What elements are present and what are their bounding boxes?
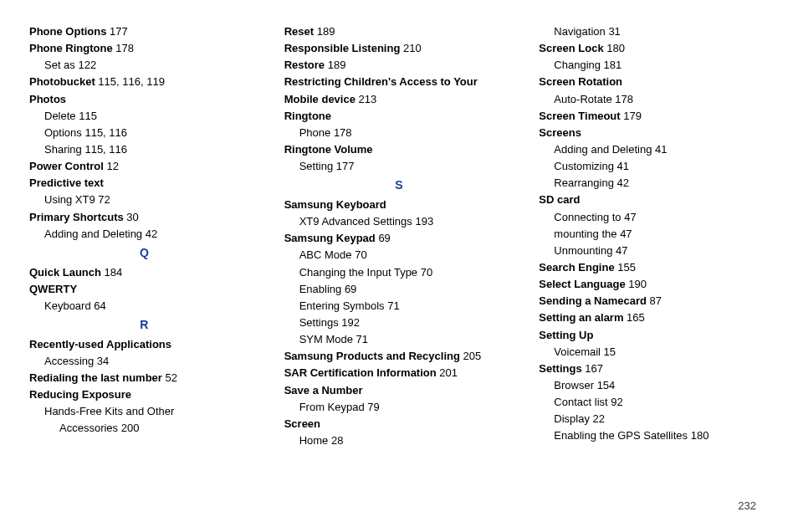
index-pages[interactable]: 205	[460, 350, 481, 362]
index-pages[interactable]: 201	[437, 366, 458, 379]
index-entry: Photobucket 115, 116, 119	[29, 74, 259, 90]
index-pages[interactable]: 165	[623, 311, 644, 324]
index-pages[interactable]: 41	[652, 143, 667, 156]
index-term: Predictive text	[29, 176, 104, 189]
index-pages[interactable]: 42	[614, 176, 629, 189]
index-entry: Reducing Exposure	[29, 386, 259, 403]
index-entry: Samsung Keypad 69	[284, 230, 514, 247]
index-subentry: Rearranging 42	[539, 175, 769, 192]
index-pages[interactable]: 154	[594, 379, 615, 391]
index-subentry: Setting 177	[284, 158, 514, 175]
index-pages[interactable]: 200	[118, 422, 139, 434]
index-entry: Setting Up	[539, 327, 769, 344]
index-sub-label: Accessing	[44, 355, 94, 367]
index-term: SD card	[539, 193, 580, 206]
index-entry: Redialing the last number 52	[29, 370, 259, 386]
index-subentry: Auto-Rotate 178	[539, 91, 769, 108]
index-pages[interactable]: 190	[626, 278, 647, 290]
index-pages[interactable]: 31	[606, 25, 621, 38]
index-sub-label: Rearranging	[554, 176, 614, 189]
index-term: Save a Number	[284, 384, 363, 396]
index-subentry: Set as 122	[29, 57, 259, 74]
index-term: Primary Shortcuts	[29, 211, 124, 223]
index-entry: Samsung Products and Recycling 205	[284, 348, 514, 365]
index-subentry: Settings 192	[284, 315, 514, 331]
index-entry: SAR Certification Information 201	[284, 365, 514, 381]
index-term: Samsung Keypad	[284, 232, 376, 244]
index-pages[interactable]: 178	[612, 93, 633, 105]
index-pages[interactable]: 179	[621, 110, 642, 122]
index-pages[interactable]: 178	[330, 126, 351, 139]
index-term: Screen Lock	[539, 42, 603, 54]
index-pages[interactable]: 22	[590, 412, 605, 425]
index-pages[interactable]: 15	[601, 345, 616, 358]
index-entry: Recently-used Applications	[29, 336, 259, 353]
index-pages[interactable]: 213	[356, 93, 376, 105]
index-pages[interactable]: 177	[333, 160, 354, 172]
index-subentry: Changing 181	[539, 57, 769, 74]
index-pages[interactable]: 47	[612, 244, 627, 257]
index-sub-label: Changing the Input Type	[299, 266, 417, 279]
index-pages[interactable]: 189	[325, 59, 345, 71]
index-term: Screen Timeout	[539, 110, 620, 122]
index-pages[interactable]: 115, 116, 119	[95, 75, 165, 88]
index-pages[interactable]: 177	[106, 25, 127, 38]
index-pages[interactable]: 70	[352, 248, 367, 261]
index-pages[interactable]: 210	[400, 42, 421, 54]
index-subentry: Options 115, 116	[29, 125, 259, 141]
index-pages[interactable]: 178	[113, 42, 134, 54]
index-sub-label: Contact list	[554, 396, 607, 408]
index-entry: Search Engine 155	[539, 259, 769, 276]
index-entry: Predictive text	[29, 175, 259, 192]
index-pages[interactable]: 167	[582, 362, 603, 375]
index-column-2: Reset 189Responsible Listening 210Restor…	[284, 23, 514, 449]
index-pages[interactable]: 115, 116	[82, 143, 127, 156]
index-sub-label: Connecting to	[554, 211, 621, 223]
index-pages[interactable]: 115, 116	[82, 126, 127, 139]
index-pages[interactable]: 41	[614, 160, 629, 172]
index-term: Screen	[284, 417, 320, 430]
index-pages[interactable]: 69	[341, 283, 356, 295]
index-pages[interactable]: 47	[622, 211, 637, 223]
index-sub-label: XT9 Advanced Settings	[299, 215, 412, 228]
index-pages[interactable]: 12	[104, 160, 119, 172]
index-entry: Setting an alarm 165	[539, 309, 769, 326]
index-pages[interactable]: 70	[417, 266, 432, 279]
index-subentry: Contact list 92	[539, 394, 769, 411]
index-pages[interactable]: 92	[608, 396, 623, 408]
index-sub-label: Phone	[299, 126, 331, 139]
index-pages[interactable]: 69	[376, 232, 391, 244]
index-pages[interactable]: 180	[604, 42, 625, 54]
index-sub-label: Setting	[299, 160, 333, 172]
index-term: Power Control	[29, 160, 104, 172]
index-pages[interactable]: 180	[688, 429, 708, 442]
index-pages[interactable]: 181	[601, 59, 622, 71]
index-pages[interactable]: 122	[75, 59, 96, 71]
index-pages[interactable]: 192	[339, 316, 360, 329]
index-pages[interactable]: 155	[615, 261, 636, 274]
index-pages[interactable]: 71	[353, 333, 368, 345]
index-entry: Phone Options 177	[29, 23, 259, 40]
index-subentry: SYM Mode 71	[284, 331, 514, 348]
index-subentry: Changing the Input Type 70	[284, 264, 514, 281]
index-pages[interactable]: 42	[142, 228, 157, 240]
index-pages[interactable]: 72	[95, 193, 110, 206]
index-sub-label: Accessories	[59, 422, 118, 434]
index-pages[interactable]: 47	[617, 228, 632, 240]
index-pages[interactable]: 28	[328, 434, 343, 447]
index-subentry: Keyboard 64	[29, 298, 259, 315]
index-pages[interactable]: 71	[385, 299, 400, 312]
index-pages[interactable]: 52	[162, 371, 177, 384]
index-sub-label: Changing	[554, 59, 601, 71]
section-letter: R	[29, 316, 259, 335]
index-pages[interactable]: 34	[94, 355, 109, 367]
index-pages[interactable]: 115	[76, 110, 97, 122]
index-pages[interactable]: 64	[91, 299, 106, 312]
index-pages[interactable]: 79	[365, 401, 380, 413]
index-pages[interactable]: 189	[314, 25, 335, 38]
index-subentry: Navigation 31	[539, 23, 769, 40]
index-pages[interactable]: 87	[647, 294, 662, 307]
index-pages[interactable]: 30	[124, 211, 139, 223]
index-pages[interactable]: 184	[101, 266, 122, 279]
index-pages[interactable]: 193	[412, 215, 433, 228]
